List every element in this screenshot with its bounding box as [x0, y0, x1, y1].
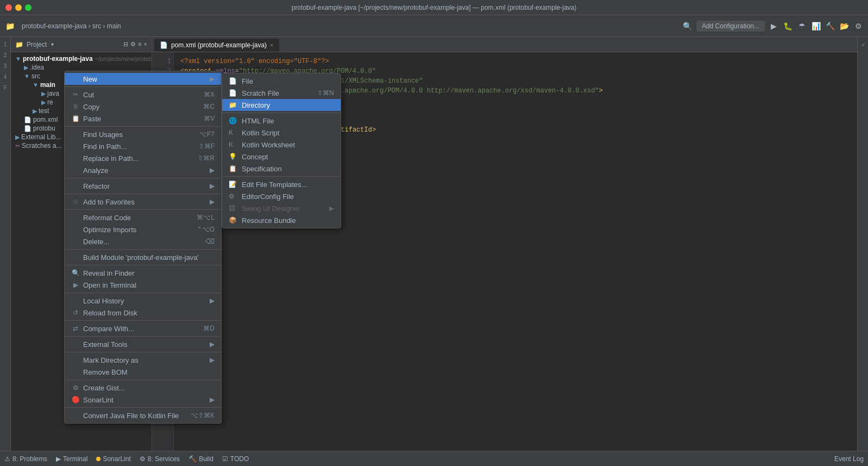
- scratch-shortcut: ⇧⌘N: [317, 89, 334, 97]
- menu-item-remove-bom[interactable]: Remove BOM: [65, 366, 221, 378]
- menu-item-refactor[interactable]: Refactor ▶: [65, 180, 221, 192]
- submenu-html-file[interactable]: 🌐 HTML File: [222, 115, 341, 127]
- menu-reload-label: Reload from Disk: [83, 309, 137, 317]
- menu-create-gist-label: Create Gist...: [83, 384, 125, 392]
- paste-icon: 📋: [71, 115, 80, 122]
- separator-3: [65, 178, 221, 178]
- menu-item-create-gist[interactable]: ⚙ Create Gist...: [65, 382, 221, 394]
- submenu-concept-label: Concept: [242, 153, 268, 161]
- submenu-edit-templates[interactable]: 📝 Edit File Templates...: [222, 178, 341, 190]
- templates-icon: 📝: [229, 181, 237, 188]
- convert-shortcut: ⌥⇧⌘K: [191, 412, 215, 419]
- new-arrow-icon: ▶: [210, 75, 215, 83]
- separator-6: [65, 249, 221, 250]
- swing-arrow: ▶: [329, 204, 334, 212]
- submenu-scratch-file[interactable]: 📄 Scratch File ⇧⌘N: [222, 87, 341, 99]
- submenu-specification-label: Specification: [242, 165, 282, 173]
- menu-item-external-tools[interactable]: External Tools ▶: [65, 338, 221, 350]
- menu-item-reformat[interactable]: Reformat Code ⌘⌥L: [65, 212, 221, 223]
- menu-remove-bom-label: Remove BOM: [83, 368, 128, 376]
- menu-item-reveal-finder[interactable]: 🔍 Reveal in Finder: [65, 267, 221, 279]
- menu-item-replace-path[interactable]: Replace in Path... ⇧⌘R: [65, 152, 221, 164]
- submenu-resource-bundle[interactable]: 📦 Resource Bundle: [222, 214, 341, 226]
- separator-8: [65, 293, 221, 293]
- menu-terminal-label: Open in Terminal: [83, 281, 136, 289]
- menu-item-analyze[interactable]: Analyze ▶: [65, 164, 221, 176]
- submenu-kotlin-script-label: Kotlin Script: [242, 129, 279, 137]
- submenu-file[interactable]: 📄 File: [222, 75, 341, 87]
- separator-5: [65, 209, 221, 210]
- separator-12: [65, 380, 221, 380]
- submenu-scratch-label: Scratch File: [242, 89, 279, 97]
- directory-icon: 📁: [229, 101, 237, 109]
- submenu-editorconfig-label: EditorConfig File: [242, 192, 294, 201]
- terminal-menu-icon: ▶: [71, 281, 80, 289]
- find-usages-shortcut: ⌥F7: [199, 131, 215, 138]
- menu-local-history-label: Local History: [83, 297, 124, 305]
- separator-4: [65, 194, 221, 194]
- context-menu: New ▶ 📄 File 📄 Scratch File ⇧⌘N 📁: [64, 71, 222, 424]
- menu-replace-path-label: Replace in Path...: [83, 154, 139, 163]
- menu-reveal-label: Reveal in Finder: [83, 269, 135, 277]
- menu-item-find-usages[interactable]: Find Usages ⌥F7: [65, 128, 221, 140]
- optimize-shortcut: ⌃⌥O: [197, 226, 215, 233]
- menu-analyze-label: Analyze: [83, 166, 108, 175]
- gist-icon: ⚙: [71, 384, 80, 392]
- submenu-swing: 🖼 Swing UI Designer ▶: [222, 202, 341, 214]
- sonar-arrow-icon: ▶: [210, 396, 215, 403]
- menu-item-sonarlint[interactable]: 🔴 SonarLint ▶: [65, 394, 221, 406]
- menu-item-reload[interactable]: ↺ Reload from Disk: [65, 307, 221, 319]
- submenu-editorconfig[interactable]: ⚙ EditorConfig File: [222, 190, 341, 202]
- separator-9: [65, 320, 221, 321]
- cut-shortcut: ⌘X: [204, 91, 215, 98]
- favorites-icon: ☆: [71, 198, 80, 206]
- menu-optimize-label: Optimize Imports: [83, 226, 136, 234]
- menu-item-new[interactable]: New ▶ 📄 File 📄 Scratch File ⇧⌘N 📁: [65, 73, 221, 85]
- submenu-kotlin-script[interactable]: K Kotlin Script: [222, 127, 341, 139]
- menu-item-compare[interactable]: ⇄ Compare With... ⌘D: [65, 322, 221, 334]
- menu-item-open-terminal[interactable]: ▶ Open in Terminal: [65, 279, 221, 291]
- menu-item-add-favorites[interactable]: ☆ Add to Favorites ▶: [65, 196, 221, 208]
- menu-build-module-label: Build Module 'protobuf-example-java': [83, 253, 199, 262]
- menu-item-build-module[interactable]: Build Module 'protobuf-example-java': [65, 251, 221, 263]
- sonar-menu-icon: 🔴: [71, 396, 80, 403]
- reload-icon: ↺: [71, 309, 80, 316]
- menu-item-find-path[interactable]: Find in Path... ⇧⌘F: [65, 140, 221, 152]
- cut-icon: ✂: [71, 91, 80, 98]
- separator-11: [65, 352, 221, 352]
- external-tools-arrow-icon: ▶: [210, 340, 215, 348]
- favorites-arrow-icon: ▶: [210, 198, 215, 206]
- kotlin-worksheet-icon: K: [229, 141, 237, 148]
- menu-item-optimize-imports[interactable]: Optimize Imports ⌃⌥O: [65, 223, 221, 235]
- separator-1: [65, 86, 221, 87]
- menu-cut-label: Cut: [83, 91, 94, 99]
- submenu-concept[interactable]: 💡 Concept: [222, 151, 341, 163]
- submenu-specification[interactable]: 📋 Specification: [222, 163, 341, 175]
- analyze-arrow-icon: ▶: [210, 166, 215, 174]
- concept-icon: 💡: [229, 153, 237, 160]
- menu-item-local-history[interactable]: Local History ▶: [65, 295, 221, 307]
- menu-compare-label: Compare With...: [83, 325, 134, 333]
- context-menu-overlay: New ▶ 📄 File 📄 Scratch File ⇧⌘N 📁: [0, 0, 868, 466]
- menu-item-mark-directory[interactable]: Mark Directory as ▶: [65, 354, 221, 366]
- submenu-kotlin-worksheet[interactable]: K Kotlin Worksheet: [222, 139, 341, 151]
- submenu-file-label: File: [242, 77, 253, 85]
- refactor-arrow-icon: ▶: [210, 182, 215, 190]
- scratch-icon: 📄: [229, 89, 237, 97]
- history-arrow-icon: ▶: [210, 297, 215, 305]
- separator-10: [65, 336, 221, 337]
- menu-item-copy[interactable]: ⎘ Copy ⌘C: [65, 101, 221, 113]
- compare-shortcut: ⌘D: [203, 325, 215, 332]
- menu-item-paste[interactable]: 📋 Paste ⌘V: [65, 113, 221, 125]
- menu-item-cut[interactable]: ✂ Cut ⌘X: [65, 89, 221, 101]
- submenu-directory[interactable]: 📁 Directory: [222, 99, 341, 111]
- menu-refactor-label: Refactor: [83, 182, 110, 190]
- menu-item-convert-kotlin[interactable]: Convert Java File to Kotlin File ⌥⇧⌘K: [65, 409, 221, 421]
- copy-icon: ⎘: [71, 103, 80, 110]
- swing-icon: 🖼: [229, 204, 237, 212]
- compare-icon: ⇄: [71, 325, 80, 332]
- submenu-resource-label: Resource Bundle: [242, 216, 296, 225]
- menu-paste-label: Paste: [83, 115, 101, 123]
- menu-delete-label: Delete...: [83, 238, 109, 246]
- menu-item-delete[interactable]: Delete... ⌫: [65, 235, 221, 247]
